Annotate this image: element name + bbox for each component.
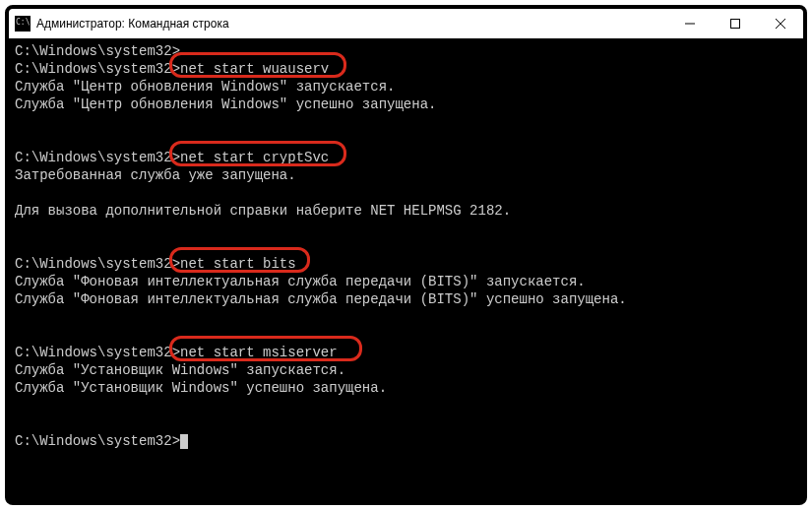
terminal-line: Затребованная служба уже запущена. bbox=[15, 166, 797, 184]
terminal-line: C:\Windows\system32> bbox=[15, 42, 797, 60]
terminal-line: C:\Windows\system32>net start bits bbox=[15, 255, 797, 273]
terminal-line: Служба "Фоновая интеллектуальная служба … bbox=[15, 273, 797, 290]
terminal-line bbox=[15, 237, 797, 255]
terminal-line bbox=[15, 414, 797, 432]
titlebar[interactable]: Администратор: Командная строка bbox=[9, 9, 803, 38]
terminal-line: C:\Windows\system32>net start msiserver bbox=[15, 344, 797, 361]
terminal-line: Для вызова дополнительной справки набери… bbox=[15, 202, 797, 220]
terminal-line: Служба "Центр обновления Windows" успешн… bbox=[15, 96, 797, 113]
window-title: Администратор: Командная строка bbox=[36, 17, 229, 31]
terminal-line bbox=[15, 397, 797, 414]
terminal-line: Служба "Центр обновления Windows" запуск… bbox=[15, 78, 797, 96]
terminal-line: Служба "Фоновая интеллектуальная служба … bbox=[15, 290, 797, 308]
terminal-line: Служба "Установщик Windows" успешно запу… bbox=[15, 379, 797, 397]
terminal-line: C:\Windows\system32> bbox=[15, 432, 797, 450]
terminal-line: C:\Windows\system32>net start wuauserv bbox=[15, 60, 797, 78]
terminal-line: Служба "Установщик Windows" запускается. bbox=[15, 361, 797, 379]
window-controls bbox=[667, 9, 803, 38]
close-button[interactable] bbox=[758, 9, 803, 38]
maximize-button[interactable] bbox=[713, 9, 758, 38]
terminal-area[interactable]: C:\Windows\system32>C:\Windows\system32>… bbox=[9, 38, 803, 501]
terminal-line bbox=[15, 184, 797, 202]
cursor bbox=[180, 434, 188, 449]
svg-rect-1 bbox=[731, 20, 740, 29]
terminal-line: C:\Windows\system32>net start cryptSvc bbox=[15, 149, 797, 166]
terminal-line bbox=[15, 131, 797, 149]
terminal-line bbox=[15, 113, 797, 131]
window-frame: Администратор: Командная строка C:\Windo… bbox=[5, 5, 807, 505]
cmd-icon bbox=[15, 16, 31, 32]
terminal-line bbox=[15, 308, 797, 326]
terminal-line bbox=[15, 326, 797, 344]
terminal-line bbox=[15, 220, 797, 237]
title-left: Администратор: Командная строка bbox=[15, 16, 229, 32]
minimize-button[interactable] bbox=[667, 9, 713, 38]
